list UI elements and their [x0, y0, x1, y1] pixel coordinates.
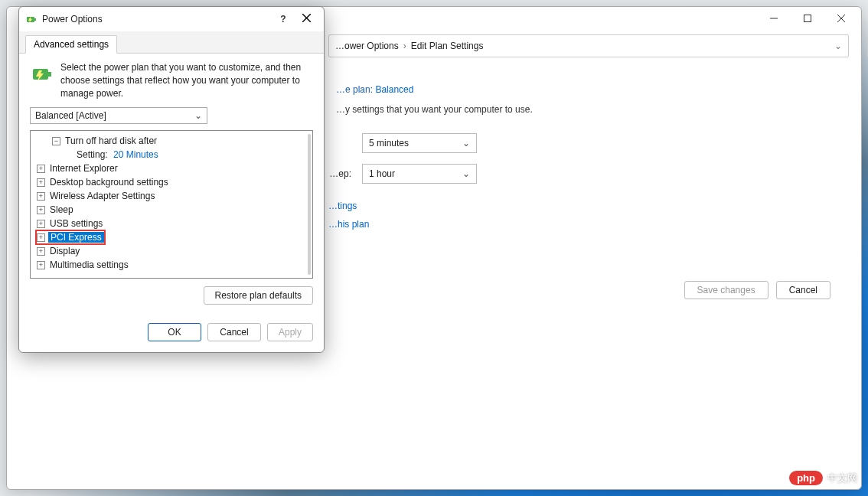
tree-item-multimedia[interactable]: +Multimedia settings — [32, 258, 311, 272]
breadcrumb-item[interactable]: …ower Options — [335, 41, 399, 51]
breadcrumb[interactable]: …ower Options › Edit Plan Settings ⌄ — [328, 34, 849, 57]
battery-icon — [25, 13, 38, 25]
tree-item-ie[interactable]: +Internet Explorer — [32, 162, 311, 175]
svg-rect-1 — [804, 15, 811, 22]
dropdown-value: Balanced [Active] — [35, 110, 106, 121]
expand-icon[interactable]: + — [37, 206, 45, 214]
power-plan-icon — [30, 61, 54, 86]
restore-defaults-link[interactable]: …his plan — [328, 219, 815, 230]
tree-label: USB settings — [50, 218, 103, 229]
power-options-dialog: Power Options ? Advanced settings Select… — [18, 6, 325, 353]
watermark: php 中文网 — [789, 471, 857, 485]
tree-item-setting-value[interactable]: Setting: 20 Minutes — [32, 148, 311, 162]
tab-strip: Advanced settings — [19, 31, 324, 54]
cancel-button[interactable]: Cancel — [207, 323, 261, 341]
dialog-titlebar: Power Options ? — [19, 7, 324, 31]
tree-label: Turn off hard disk after — [65, 135, 157, 146]
display-off-dropdown[interactable]: 5 minutes ⌄ — [362, 133, 477, 153]
tree-label: Internet Explorer — [50, 163, 118, 174]
expand-icon[interactable]: + — [37, 261, 45, 269]
sleep-dropdown[interactable]: 1 hour ⌄ — [362, 164, 477, 184]
tree-setting-label: Setting: — [77, 149, 108, 160]
scrollbar[interactable] — [308, 134, 311, 275]
dialog-close-button[interactable] — [295, 14, 318, 24]
tree-item-pci-express[interactable]: + PCI Express — [32, 230, 311, 244]
expand-icon[interactable]: + — [37, 220, 45, 228]
setting-row: …ep: 1 hour ⌄ — [252, 164, 815, 184]
tree-label: Desktop background settings — [50, 177, 168, 188]
tree-label: Display — [50, 246, 80, 256]
chevron-down-icon: ⌄ — [462, 168, 470, 179]
minimize-button[interactable] — [757, 8, 791, 29]
maximize-button[interactable] — [791, 8, 824, 29]
page-description: …y settings that you want your computer … — [336, 104, 815, 115]
watermark-text: 中文网 — [827, 472, 857, 485]
advanced-settings-link[interactable]: …tings — [328, 201, 815, 211]
tab-advanced-settings[interactable]: Advanced settings — [25, 35, 117, 54]
collapse-icon[interactable]: − — [52, 137, 60, 145]
expand-icon[interactable]: + — [37, 247, 45, 256]
watermark-logo: php — [789, 471, 823, 485]
save-button[interactable]: Save changes — [684, 281, 768, 299]
tree-item-desktop-bg[interactable]: +Desktop background settings — [32, 175, 311, 189]
tree-item-sleep[interactable]: +Sleep — [32, 203, 311, 217]
tree-label: Wireless Adapter Settings — [50, 191, 155, 201]
cancel-button[interactable]: Cancel — [776, 281, 830, 299]
plan-select-dropdown[interactable]: Balanced [Active] ⌄ — [30, 107, 207, 124]
breadcrumb-item[interactable]: Edit Plan Settings — [411, 41, 484, 51]
chevron-down-icon: ⌄ — [462, 138, 470, 148]
expand-icon[interactable]: + — [37, 165, 45, 173]
settings-tree[interactable]: − Turn off hard disk after Setting: 20 M… — [30, 130, 313, 279]
dialog-intro: Select the power plan that you want to c… — [60, 61, 313, 100]
tree-label: Sleep — [50, 204, 73, 215]
expand-icon[interactable]: + — [37, 192, 45, 201]
svg-rect-7 — [34, 18, 36, 21]
page-title: …e plan: Balanced — [336, 80, 815, 96]
tree-label-selected: PCI Express — [48, 232, 104, 243]
chevron-down-icon: ⌄ — [194, 110, 202, 121]
tree-item-hard-disk[interactable]: − Turn off hard disk after — [32, 134, 311, 148]
tree-label: Multimedia settings — [50, 259, 129, 270]
setting-row: 5 minutes ⌄ — [252, 133, 815, 153]
dialog-body: Select the power plan that you want to c… — [19, 54, 324, 315]
dropdown-value: 5 minutes — [369, 138, 409, 148]
tree-item-wireless[interactable]: +Wireless Adapter Settings — [32, 189, 311, 203]
tree-item-usb[interactable]: +USB settings — [32, 217, 311, 230]
annotation-highlight: + PCI Express — [35, 230, 106, 245]
restore-defaults-button[interactable]: Restore plan defaults — [204, 286, 313, 305]
help-button[interactable]: ? — [272, 14, 295, 24]
expand-icon[interactable]: + — [37, 178, 45, 187]
breadcrumb-sep: › — [403, 41, 406, 51]
dialog-title: Power Options — [42, 14, 272, 24]
dialog-buttons: OK Cancel Apply — [19, 315, 324, 352]
apply-button[interactable]: Apply — [267, 323, 313, 341]
action-buttons: Save changes Cancel — [684, 281, 830, 299]
chevron-down-icon[interactable]: ⌄ — [834, 41, 842, 51]
close-button[interactable] — [824, 8, 858, 29]
tree-item-display[interactable]: +Display — [32, 244, 311, 258]
ok-button[interactable]: OK — [148, 323, 201, 341]
tree-setting-value[interactable]: 20 Minutes — [113, 149, 158, 160]
svg-rect-11 — [48, 72, 51, 77]
expand-icon[interactable]: + — [37, 233, 45, 242]
dropdown-value: 1 hour — [369, 168, 395, 179]
